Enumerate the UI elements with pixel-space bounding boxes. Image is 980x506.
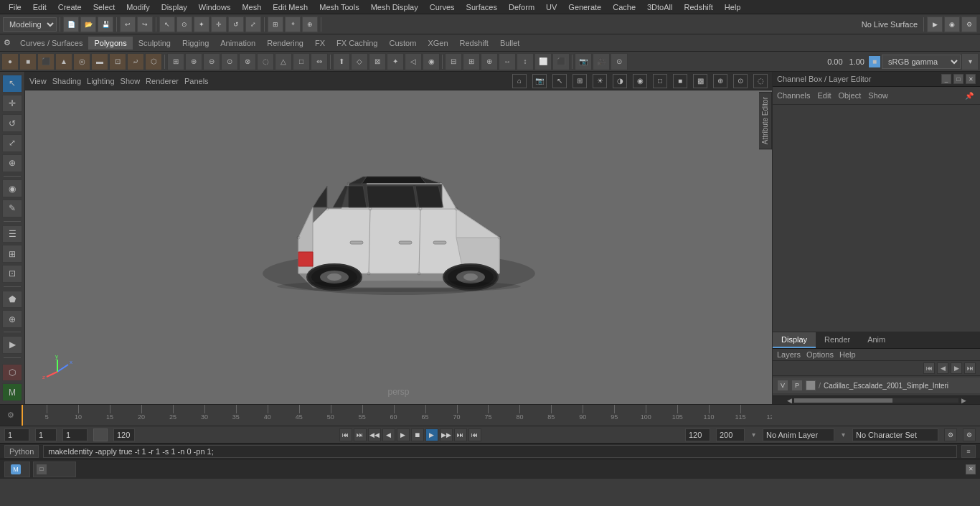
frame-current-input[interactable]: 1 xyxy=(62,428,88,441)
timeline-ruler[interactable]: 0510152025303540455055606570758085909510… xyxy=(22,405,772,426)
shelf-plane[interactable]: ▬ xyxy=(91,53,108,70)
layer-tab-render[interactable]: Render xyxy=(816,332,859,348)
frame-start-field[interactable]: 1 xyxy=(35,428,57,441)
tab-fx-caching[interactable]: FX Caching xyxy=(331,37,383,50)
tab-rigging[interactable]: Rigging xyxy=(176,37,215,50)
menu-3dtoall[interactable]: 3DtoAll xyxy=(641,1,678,13)
shelf-subdiv[interactable]: ⊞ xyxy=(167,53,184,70)
redo-btn[interactable]: ↪ xyxy=(137,17,153,32)
viewport[interactable]: View Shading Lighting Show Renderer Pane… xyxy=(25,72,772,404)
scale-btn-lt[interactable]: ⤢ xyxy=(2,134,22,152)
select-mode-btn[interactable]: ↖ xyxy=(2,75,22,93)
shelf-circularize[interactable]: ◉ xyxy=(423,53,440,70)
paint-btn[interactable]: ✦ xyxy=(194,17,209,32)
shelf-cylinder[interactable]: ⬛ xyxy=(37,53,55,70)
vp-icon-smooth[interactable]: ◌ xyxy=(753,74,768,88)
layer-tab-anim[interactable]: Anim xyxy=(859,332,894,348)
layers-menu[interactable]: Layers xyxy=(777,350,801,359)
shelf-torus[interactable]: ◎ xyxy=(73,53,90,70)
shelf-platonic[interactable]: ⬡ xyxy=(145,53,162,70)
tab-gear-btn[interactable]: ⚙ xyxy=(0,36,14,50)
vp-icon-xray[interactable]: ◉ xyxy=(633,74,647,88)
menu-modify[interactable]: Modify xyxy=(121,1,155,13)
menu-edit[interactable]: Edit xyxy=(27,1,52,13)
win-task-1[interactable]: □ xyxy=(33,462,76,477)
anim-layer-dropdown-arrow[interactable]: ▾ xyxy=(750,431,757,439)
object-nav[interactable]: Object xyxy=(838,91,861,100)
vp-icon-wireframe[interactable]: □ xyxy=(653,74,667,88)
rotate-btn-lt[interactable]: ↺ xyxy=(2,114,22,132)
layer-p-toggle[interactable]: P xyxy=(791,380,803,391)
shelf-cam1[interactable]: 📷 xyxy=(575,53,592,70)
menu-surfaces[interactable]: Surfaces xyxy=(461,1,503,13)
vp-icon-shadow[interactable]: ◑ xyxy=(613,74,627,88)
shelf-multi-loop[interactable]: ⊞ xyxy=(463,53,480,70)
vp-icon-cam[interactable]: 📷 xyxy=(532,74,547,88)
viewport-panels-menu[interactable]: Panels xyxy=(184,77,209,85)
rotate-btn[interactable]: ↺ xyxy=(228,17,244,32)
layer-row[interactable]: V P / Cadillac_Escalade_2001_Simple_Inte… xyxy=(773,378,980,394)
shelf-extrude[interactable]: ⬆ xyxy=(333,53,350,70)
undo-btn[interactable]: ↩ xyxy=(120,17,136,32)
menu-deform[interactable]: Deform xyxy=(503,1,540,13)
move-btn[interactable]: ✛ xyxy=(211,17,227,32)
char-set-dropdown-arrow[interactable]: ▾ xyxy=(840,431,847,439)
breakdown-btn[interactable]: ⊕ xyxy=(2,310,22,328)
menu-generate[interactable]: Generate xyxy=(562,1,607,13)
outliner-btn[interactable]: ☰ xyxy=(2,225,22,243)
snap-curve-btn[interactable]: ⌖ xyxy=(285,17,301,32)
layer-scroll-thumb[interactable] xyxy=(794,398,892,403)
tab-polygons[interactable]: Polygons xyxy=(88,37,132,50)
layer-arrow-right[interactable]: ▶ xyxy=(951,362,962,374)
shelf-fill-hole[interactable]: ⬜ xyxy=(534,53,552,70)
anim-key-btn[interactable]: ⬟ xyxy=(2,291,22,309)
soft-select-btn[interactable]: ◉ xyxy=(2,179,22,197)
color-mode-btn[interactable]: ■ xyxy=(868,55,881,68)
timeline-settings-btn[interactable]: ⚙ xyxy=(0,405,22,426)
shelf-bridge[interactable]: ⊠ xyxy=(369,53,386,70)
vp-icon-textured[interactable]: ▩ xyxy=(693,74,707,88)
object-mode-btn[interactable]: ⬡ xyxy=(2,364,22,382)
menu-redshift[interactable]: Redshift xyxy=(678,1,718,13)
pb-goto-start[interactable]: ⏮ xyxy=(339,428,352,441)
settings-btn-2[interactable]: ⚙ xyxy=(963,428,976,441)
shelf-helix[interactable]: ⤾ xyxy=(127,53,144,70)
shelf-wedge[interactable]: ◁ xyxy=(405,53,422,70)
pb-prev-frame[interactable]: ◀ xyxy=(382,428,395,441)
workspace-dropdown[interactable]: Modeling xyxy=(3,17,57,32)
help-menu[interactable]: Help xyxy=(839,350,856,359)
pb-next-key[interactable]: ⏭ xyxy=(454,428,467,441)
gamma-options-btn[interactable]: ▾ xyxy=(961,53,979,70)
layer-scrollbar[interactable]: ◀ ▶ xyxy=(773,395,980,404)
menu-uv[interactable]: UV xyxy=(540,1,562,13)
menu-mesh-display[interactable]: Mesh Display xyxy=(365,1,424,13)
tab-sculpting[interactable]: Sculpting xyxy=(133,37,176,50)
vp-icon-select[interactable]: ↖ xyxy=(552,74,567,88)
pb-step-back[interactable]: ⏭ xyxy=(354,428,367,441)
shelf-bevel[interactable]: ◇ xyxy=(351,53,368,70)
shelf-extract[interactable]: ⊙ xyxy=(221,53,238,70)
layer-tab-display[interactable]: Display xyxy=(773,332,816,348)
tab-custom[interactable]: Custom xyxy=(384,37,423,50)
tab-rendering[interactable]: Rendering xyxy=(261,37,309,50)
shelf-separate[interactable]: ⊖ xyxy=(203,53,220,70)
shelf-sphere[interactable]: ● xyxy=(1,53,19,70)
shelf-insert-loop[interactable]: ⊟ xyxy=(445,53,462,70)
shelf-triangulate[interactable]: △ xyxy=(275,53,292,70)
python-label[interactable]: Python xyxy=(4,445,39,458)
viewport-shading-menu[interactable]: Shading xyxy=(52,77,81,85)
show-nav[interactable]: Show xyxy=(868,91,888,100)
menu-mesh[interactable]: Mesh xyxy=(236,1,267,13)
shelf-boolean[interactable]: ⊗ xyxy=(239,53,256,70)
gamma-dropdown[interactable]: sRGB gamma xyxy=(882,55,961,69)
render-settings-btn[interactable]: ⚙ xyxy=(961,17,977,32)
tab-curves-surfaces[interactable]: Curves / Surfaces xyxy=(14,37,88,50)
frame-end-field[interactable]: 120 xyxy=(113,428,135,441)
menu-cache[interactable]: Cache xyxy=(607,1,641,13)
new-file-btn[interactable]: 📄 xyxy=(63,17,79,32)
tab-animation[interactable]: Animation xyxy=(215,37,261,50)
menu-curves[interactable]: Curves xyxy=(424,1,461,13)
paint-select-btn[interactable]: ✎ xyxy=(2,200,22,217)
layer-v-toggle[interactable]: V xyxy=(777,380,788,391)
cmd-end-btn[interactable]: ≡ xyxy=(961,445,976,458)
